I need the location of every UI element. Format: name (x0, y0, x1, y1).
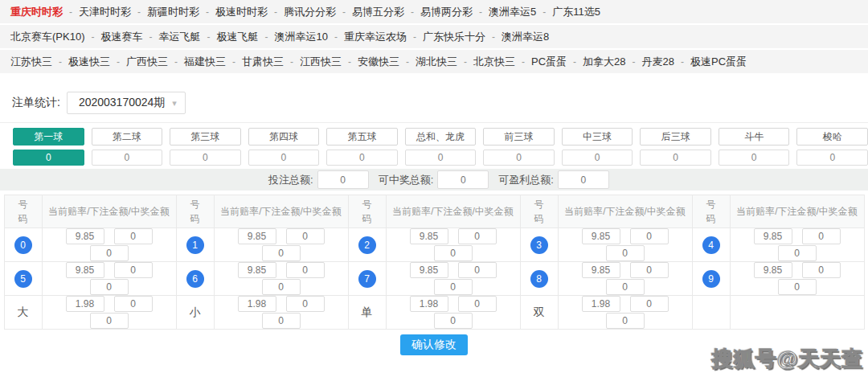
ball-count-input[interactable] (326, 150, 398, 166)
nav-link[interactable]: 腾讯分分彩 (284, 6, 336, 18)
ball-tab-button[interactable]: 第三球 (170, 128, 241, 146)
nav-link[interactable]: 澳洲幸运10 (274, 31, 327, 43)
win-amount-input[interactable] (90, 279, 129, 295)
ball-count-input[interactable] (170, 150, 241, 166)
bet-amount-input[interactable] (630, 228, 669, 244)
nav-link[interactable]: 极速赛车 (100, 31, 142, 43)
rate-input[interactable] (582, 262, 620, 278)
nav-link[interactable]: 福建快三 (184, 55, 226, 68)
rate-input[interactable] (66, 262, 104, 278)
nav-link[interactable]: 天津时时彩 (79, 6, 131, 18)
ball-tab-button[interactable]: 第二球 (92, 128, 163, 146)
ball-count-input[interactable] (405, 150, 477, 166)
nav-link[interactable]: 重庆幸运农场 (344, 31, 407, 43)
win-amount-input[interactable] (262, 279, 301, 295)
nav-link[interactable]: 广东快乐十分 (423, 31, 485, 43)
win-amount-input[interactable] (90, 245, 129, 261)
nav-link[interactable]: 北京赛车(PK10) (10, 31, 84, 43)
nav-link[interactable]: 极速PC蛋蛋 (690, 55, 747, 68)
ball-count-input[interactable] (92, 150, 163, 166)
bet-amount-input[interactable] (458, 228, 497, 244)
bet-amount-input[interactable] (630, 296, 669, 312)
rate-input[interactable] (754, 262, 792, 278)
winnable-total-input[interactable] (437, 170, 489, 189)
win-amount-input[interactable] (434, 245, 473, 261)
ball-count-input[interactable] (483, 150, 555, 166)
ball-tab-button[interactable]: 总和、龙虎 (405, 128, 477, 146)
ball-tab-button[interactable]: 第一球 (13, 128, 84, 146)
win-amount-input[interactable] (262, 313, 301, 329)
bet-amount-input[interactable] (286, 296, 325, 312)
win-amount-input[interactable] (434, 313, 473, 329)
ball-tab-button[interactable]: 斗牛 (719, 128, 790, 146)
nav-link[interactable]: 澳洲幸运8 (502, 31, 549, 43)
nav-link[interactable]: 极速时时彩 (215, 6, 268, 18)
nav-link[interactable]: 北京快三 (473, 55, 515, 68)
rate-input[interactable] (754, 228, 792, 244)
rate-input[interactable] (410, 296, 448, 312)
ball-count-input[interactable] (640, 150, 711, 166)
nav-link[interactable]: 重庆时时彩 (10, 6, 63, 18)
nav-link[interactable]: 安徽快三 (358, 55, 399, 68)
ball-count-input[interactable] (719, 150, 790, 166)
rate-input[interactable] (238, 228, 276, 244)
confirm-button[interactable]: 确认修改 (400, 334, 468, 355)
win-amount-input[interactable] (606, 313, 645, 329)
nav-link[interactable]: 江苏快三 (10, 55, 52, 68)
bet-amount-input[interactable] (286, 228, 325, 244)
nav-link[interactable]: 湖北快三 (416, 55, 457, 68)
rate-input[interactable] (410, 262, 448, 278)
bet-amount-input[interactable] (802, 262, 841, 278)
bet-amount-input[interactable] (802, 228, 841, 244)
ball-tab-button[interactable]: 第五球 (326, 128, 398, 146)
rate-input[interactable] (66, 296, 104, 312)
number-column-header: 号码 (520, 195, 558, 228)
profit-total-input[interactable] (558, 170, 609, 189)
bet-amount-input[interactable] (286, 262, 325, 278)
nav-link[interactable]: 新疆时时彩 (147, 6, 199, 18)
ball-tab-button[interactable]: 梭哈 (796, 128, 868, 146)
nav-link[interactable]: 澳洲幸运5 (489, 6, 536, 18)
ball-tab-button[interactable]: 后三球 (640, 128, 711, 146)
win-amount-input[interactable] (606, 279, 645, 295)
ball-count-input[interactable] (562, 150, 633, 166)
win-amount-input[interactable] (262, 245, 301, 261)
rate-input[interactable] (582, 296, 620, 312)
bet-total-input[interactable] (317, 170, 369, 189)
ball-count-input[interactable] (13, 150, 84, 166)
win-amount-input[interactable] (778, 279, 817, 295)
rate-input[interactable] (410, 228, 448, 244)
rate-input[interactable] (238, 296, 276, 312)
ball-count-input[interactable] (796, 150, 868, 166)
bet-amount-input[interactable] (630, 262, 669, 278)
nav-link[interactable]: 广西快三 (126, 55, 168, 68)
bet-amount-input[interactable] (458, 296, 497, 312)
period-select[interactable]: 202003170024期 ▾ (67, 92, 186, 114)
nav-link[interactable]: 极速快三 (68, 55, 110, 68)
bet-amount-input[interactable] (458, 262, 497, 278)
nav-link[interactable]: 幸运飞艇 (158, 31, 200, 43)
ball-tab-button[interactable]: 第四球 (248, 128, 320, 146)
win-amount-input[interactable] (778, 245, 817, 261)
win-amount-input[interactable] (90, 313, 129, 329)
rate-input[interactable] (238, 262, 276, 278)
nav-link[interactable]: 加拿大28 (583, 55, 625, 68)
nav-link[interactable]: 丹麦28 (642, 55, 674, 68)
nav-link[interactable]: 江西快三 (300, 55, 342, 68)
ball-tab-button[interactable]: 前三球 (483, 128, 555, 146)
rate-input[interactable] (582, 228, 620, 244)
rate-input[interactable] (66, 228, 104, 244)
nav-link[interactable]: 易博五分彩 (352, 6, 404, 18)
nav-link[interactable]: 极速飞艇 (216, 31, 258, 43)
win-amount-input[interactable] (434, 279, 473, 295)
bet-amount-input[interactable] (114, 262, 153, 278)
nav-link[interactable]: 甘肃快三 (242, 55, 284, 68)
ball-count-input[interactable] (248, 150, 320, 166)
win-amount-input[interactable] (606, 245, 645, 261)
ball-tab-button[interactable]: 中三球 (562, 128, 633, 146)
nav-link[interactable]: 广东11选5 (552, 6, 600, 18)
nav-link[interactable]: PC蛋蛋 (531, 55, 567, 68)
nav-link[interactable]: 易博两分彩 (420, 6, 473, 18)
bet-amount-input[interactable] (114, 228, 153, 244)
bet-amount-input[interactable] (114, 296, 153, 312)
